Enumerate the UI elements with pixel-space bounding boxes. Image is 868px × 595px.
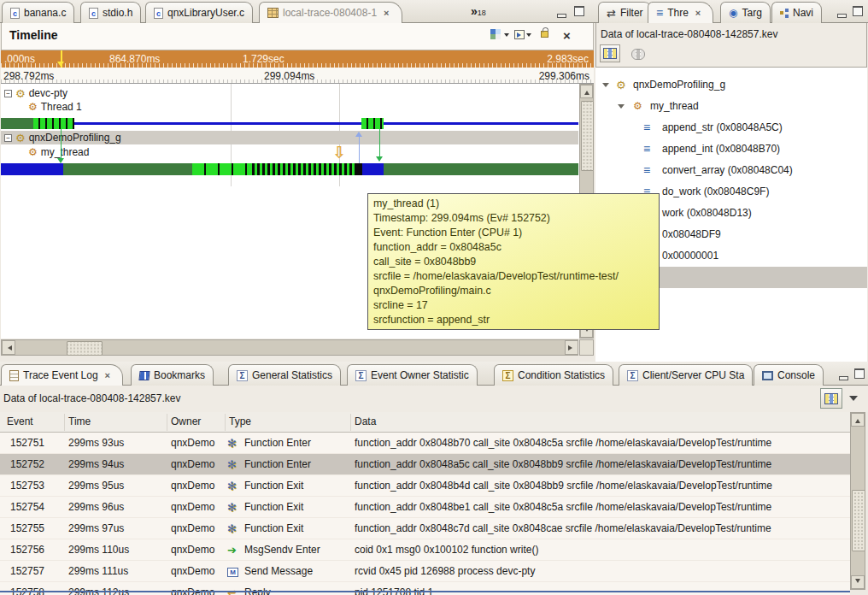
tab-overflow-chevron[interactable]: »18 <box>471 4 486 18</box>
timeline-hscrollbar[interactable] <box>1 339 578 356</box>
editor-minimize-button[interactable] <box>557 9 566 21</box>
close-icon[interactable]: × <box>384 8 389 18</box>
column-header[interactable]: Data <box>355 412 376 432</box>
column-header[interactable]: Owner <box>171 412 201 432</box>
process-row-devc-pty[interactable]: − ⚙ devc-pty <box>4 86 67 100</box>
cell-event: 152751 <box>10 433 62 454</box>
panel-maximize-button[interactable] <box>854 368 865 381</box>
cell-event: 152757 <box>10 561 62 582</box>
editor-tab-label: local-trace-080408-1 <box>283 7 377 19</box>
timeline-main-ruler[interactable]: .000ns 864.870ms 1.729sec 2.983sec <box>1 50 594 68</box>
cell-time: 299ms 94us <box>68 454 164 475</box>
table-row-selected[interactable]: 152752 299ms 94us qnxDemo ✻ Function Ent… <box>0 454 850 475</box>
lock-icon <box>541 31 548 38</box>
state-segment <box>362 163 384 175</box>
tab-label: Condition Statistics <box>518 369 605 381</box>
scroll-up-button[interactable] <box>851 413 865 427</box>
seek-events-dropdown-button[interactable] <box>514 30 531 42</box>
thread-row-thread-1[interactable]: ⚙ Thread 1 <box>28 100 82 114</box>
tab-general-statistics[interactable]: Σ General Statistics <box>228 364 341 386</box>
tab-condition-statistics[interactable]: Σ Condition Statistics <box>494 364 613 386</box>
column-header[interactable]: Event <box>7 412 33 432</box>
timeline-header: Timeline × <box>1 23 594 50</box>
function-exit-icon: ✻ <box>227 518 243 539</box>
editor-maximize-button[interactable] <box>574 6 584 19</box>
sigma-icon: Σ <box>355 370 367 381</box>
arrow-left-icon <box>5 345 12 351</box>
table-vscrollbar[interactable] <box>850 412 865 590</box>
expander-icon[interactable] <box>602 83 609 91</box>
timeline-close-button[interactable]: × <box>563 28 571 43</box>
tab-console[interactable]: Console <box>754 364 824 386</box>
transition-arrow-up-icon <box>355 128 362 137</box>
collapse-expander-icon[interactable]: − <box>4 90 12 97</box>
editor-tab-banana-c[interactable]: c banana.c <box>2 2 74 23</box>
tooltip-line: function_addr = 0x8048a5c <box>373 240 654 255</box>
table-view-toggle-button[interactable] <box>820 388 842 409</box>
cell-owner: qnxDemo <box>171 539 225 561</box>
editor-tab-qnxlibraryuser-c[interactable]: c qnxLibraryUser.c <box>145 2 253 23</box>
state-segment <box>252 163 355 175</box>
panel-minimize-button[interactable] <box>839 371 848 383</box>
grouping-button[interactable] <box>600 44 620 62</box>
column-separator[interactable] <box>350 414 351 431</box>
table-row[interactable]: 152754 299ms 96us qnxDemo ✻ Function Exi… <box>0 497 850 518</box>
timeline-zoom-ruler[interactable]: 298.792ms 299.094ms 299.306ms <box>1 68 594 84</box>
display-mode-dropdown-button[interactable] <box>490 30 509 42</box>
panel-maximize-button[interactable] <box>853 6 863 19</box>
tab-event-owner-statistic[interactable]: Σ Event Owner Statistic <box>347 364 478 386</box>
tab-filter[interactable]: ⇄ Filter <box>598 2 652 23</box>
tree-item-function[interactable]: ≡ append_str (0x08048A5C) <box>595 117 867 138</box>
close-icon[interactable]: × <box>105 370 110 380</box>
cell-owner: qnxDemo <box>171 475 225 497</box>
tab-bookmarks[interactable]: Bookmarks <box>131 364 214 386</box>
cell-data: function_addr 0x8048b4d call_site 0x8048… <box>355 475 848 497</box>
scrollbar-thumb[interactable] <box>852 490 865 551</box>
editor-tab-stdio-h[interactable]: c stdio.h <box>80 2 141 23</box>
tree-item-function[interactable]: ≡ append_int (0x08048B70) <box>595 138 867 160</box>
close-icon[interactable]: × <box>695 8 701 18</box>
chevron-down-icon <box>526 33 531 39</box>
scroll-down-button[interactable] <box>851 575 865 589</box>
tab-navigator[interactable]: Navi <box>771 2 822 23</box>
scrollbar-thumb[interactable] <box>67 341 103 356</box>
tree-item-process[interactable]: ⚙ qnxDemoProfiling_g <box>595 74 867 96</box>
table-row[interactable]: 152755 299ms 97us qnxDemo ✻ Function Exi… <box>0 518 850 539</box>
cell-type: Function Exit <box>244 518 349 539</box>
tree-item-thread[interactable]: ⚙ my_thread <box>595 96 867 117</box>
panel-minimize-button[interactable] <box>837 9 847 21</box>
scroll-right-button[interactable] <box>565 340 578 355</box>
tab-label: Bookmarks <box>154 369 205 381</box>
cell-event: 152754 <box>10 497 62 518</box>
expander-icon[interactable] <box>618 104 625 112</box>
scrollbar-thumb[interactable] <box>581 101 594 171</box>
table-row[interactable]: 152757 299ms 111us qnxDemo M Send Messag… <box>0 561 850 582</box>
tab-thread-active[interactable]: ≡ Thre × <box>648 2 713 23</box>
column-separator[interactable] <box>225 414 226 431</box>
event-marker-arrow-icon: ⇩ <box>332 144 346 161</box>
table-row[interactable]: 152751 299ms 93us qnxDemo ✻ Function Ent… <box>0 433 850 454</box>
collapse-expander-icon[interactable]: − <box>4 134 12 142</box>
editor-tab-local-trace-active[interactable]: local-trace-080408-1 × <box>259 2 402 23</box>
column-header[interactable]: Type <box>229 412 251 432</box>
column-separator[interactable] <box>64 414 65 431</box>
tab-target[interactable]: ◉ Targ <box>720 2 771 23</box>
scroll-left-button[interactable] <box>2 340 15 355</box>
state-bar-thread-1[interactable] <box>1 118 578 129</box>
table-row[interactable]: 152753 299ms 95us qnxDemo ✻ Function Exi… <box>0 475 850 497</box>
column-separator[interactable] <box>167 414 167 431</box>
table-row[interactable]: 152756 299ms 110us qnxDemo ➔ MsgSendv En… <box>0 539 850 561</box>
lock-button[interactable] <box>541 27 548 40</box>
scroll-up-button[interactable] <box>580 85 593 98</box>
thread-row-my-thread[interactable]: ⚙ my_thread <box>28 145 89 159</box>
tab-trace-event-log-active[interactable]: Trace Event Log × <box>1 364 123 386</box>
view-menu-caret-icon[interactable] <box>849 396 858 405</box>
tab-client-server-cpu[interactable]: Σ Client/Server CPU Sta <box>619 364 753 386</box>
column-header[interactable]: Time <box>68 412 91 432</box>
cell-event: 152752 <box>10 454 62 475</box>
cell-owner: qnxDemo <box>171 561 225 582</box>
table-row[interactable]: 152758 299ms 112us qnxDemo ↩ Reply pid 1… <box>0 582 850 595</box>
state-bar-my-thread[interactable] <box>1 163 578 175</box>
process-row-qnxdemoprofiling[interactable]: − ⚙ qnxDemoProfiling_g <box>4 131 121 144</box>
tree-item-function[interactable]: ≡ convert_array (0x08048C04) <box>595 160 867 181</box>
